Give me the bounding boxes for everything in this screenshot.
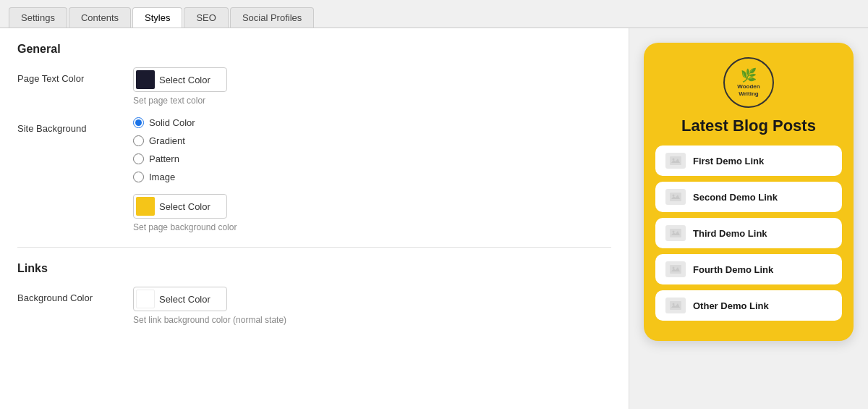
- logo-circle: 🌿 Wooden Writing: [723, 57, 774, 108]
- links-bg-color-row: Background Color Select Color Set link b…: [17, 287, 611, 325]
- page-text-color-button[interactable]: Select Color: [133, 67, 227, 92]
- demo-thumb-icon: [665, 225, 686, 241]
- background-radio-group: Solid Color Gradient Pattern Image: [133, 117, 611, 182]
- list-item: First Demo Link: [655, 146, 842, 176]
- links-bg-color-button[interactable]: Select Color: [133, 287, 227, 311]
- radio-pattern[interactable]: Pattern: [133, 153, 611, 164]
- logo-text: Wooden Writing: [737, 83, 760, 97]
- list-item: Third Demo Link: [655, 218, 842, 248]
- links-bg-color-control: Select Color Set link background color (…: [133, 287, 611, 325]
- preview-heading: Latest Blog Posts: [655, 117, 842, 135]
- demo-thumb-icon: [665, 153, 686, 169]
- tab-contents[interactable]: Contents: [69, 7, 131, 28]
- radio-solid-color[interactable]: Solid Color: [133, 117, 611, 128]
- svg-point-1: [673, 159, 675, 161]
- links-section-title: Links: [17, 262, 611, 275]
- bg-color-label-text: Select Color: [159, 201, 210, 212]
- page-text-color-control: Select Color Set page text color: [133, 67, 611, 106]
- svg-rect-6: [670, 265, 681, 274]
- radio-image-label: Image: [149, 172, 175, 182]
- right-panel: 🌿 Wooden Writing Latest Blog Posts: [629, 28, 868, 409]
- demo-link-label: Third Demo Link: [693, 228, 767, 239]
- tab-social-profiles[interactable]: Social Profiles: [230, 7, 314, 28]
- demo-link-label: Fourth Demo Link: [693, 264, 773, 275]
- radio-solid-color-input[interactable]: [133, 117, 144, 128]
- links-bg-color-hint: Set link background color (normal state): [133, 315, 611, 325]
- tab-styles[interactable]: Styles: [132, 7, 182, 28]
- tab-seo[interactable]: SEO: [184, 7, 228, 28]
- radio-image-input[interactable]: [133, 172, 144, 182]
- bg-color-hint: Set page background color: [133, 222, 611, 232]
- demo-link-label: First Demo Link: [693, 156, 764, 166]
- radio-pattern-input[interactable]: [133, 153, 144, 164]
- links-bg-color-swatch: [136, 290, 155, 308]
- preview-logo: 🌿 Wooden Writing: [655, 57, 842, 108]
- svg-rect-8: [670, 301, 681, 310]
- left-panel: General Page Text Color Select Color Set…: [0, 28, 629, 409]
- logo-icon: 🌿: [741, 67, 757, 83]
- list-item: Other Demo Link: [655, 290, 842, 321]
- bg-color-button[interactable]: Select Color: [133, 194, 227, 219]
- bg-color-swatch: [136, 197, 155, 216]
- page-text-color-swatch: [136, 70, 155, 89]
- svg-point-5: [673, 231, 675, 233]
- demo-link-label: Other Demo Link: [693, 300, 769, 311]
- list-item: Second Demo Link: [655, 182, 842, 212]
- radio-pattern-label: Pattern: [149, 153, 179, 164]
- site-background-label: Site Background: [17, 117, 133, 134]
- svg-rect-2: [670, 193, 681, 201]
- svg-point-7: [673, 267, 675, 269]
- radio-gradient-input[interactable]: [133, 135, 144, 146]
- radio-gradient-label: Gradient: [149, 135, 185, 146]
- tab-settings[interactable]: Settings: [9, 7, 67, 28]
- list-item: Fourth Demo Link: [655, 254, 842, 284]
- demo-thumb-icon: [665, 298, 686, 313]
- demo-thumb-icon: [665, 261, 686, 277]
- page-text-color-label: Page Text Color: [17, 67, 133, 84]
- svg-rect-0: [670, 156, 681, 165]
- svg-point-9: [673, 303, 675, 305]
- section-divider: [17, 247, 611, 248]
- site-background-control: Solid Color Gradient Pattern Image: [133, 117, 611, 232]
- site-background-row: Site Background Solid Color Gradient: [17, 117, 611, 232]
- page-text-color-label-text: Select Color: [159, 75, 210, 85]
- general-section-title: General: [17, 43, 611, 56]
- svg-point-3: [673, 195, 675, 197]
- app-container: Settings Contents Styles SEO Social Prof…: [0, 0, 868, 409]
- links-bg-color-label-text: Select Color: [159, 294, 210, 305]
- radio-gradient[interactable]: Gradient: [133, 135, 611, 146]
- phone-preview: 🌿 Wooden Writing Latest Blog Posts: [644, 43, 854, 341]
- main-content: General Page Text Color Select Color Set…: [0, 28, 868, 409]
- page-text-color-hint: Set page text color: [133, 96, 611, 106]
- demo-link-label: Second Demo Link: [693, 192, 778, 203]
- page-text-color-row: Page Text Color Select Color Set page te…: [17, 67, 611, 106]
- radio-image[interactable]: Image: [133, 172, 611, 182]
- links-bg-color-label: Background Color: [17, 287, 133, 303]
- svg-rect-4: [670, 229, 681, 237]
- radio-solid-color-label: Solid Color: [149, 117, 195, 128]
- tabs-bar: Settings Contents Styles SEO Social Prof…: [0, 0, 868, 28]
- demo-thumb-icon: [665, 189, 686, 205]
